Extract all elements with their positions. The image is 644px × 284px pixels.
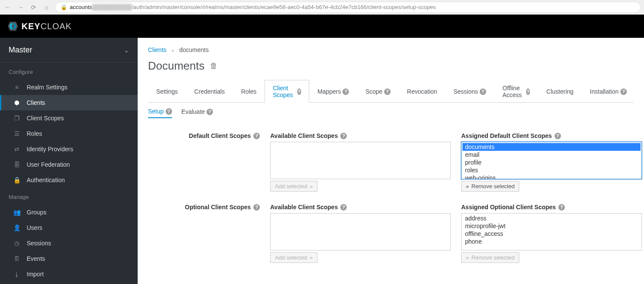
subtab-evaluate[interactable]: Evaluate?	[182, 108, 213, 118]
remove-selected-default-button[interactable]: « Remove selected	[461, 181, 519, 192]
help-icon[interactable]: ?	[526, 89, 530, 95]
add-selected-optional-button[interactable]: Add selected »	[270, 252, 317, 263]
tab-mappers[interactable]: Mappers?	[309, 80, 357, 103]
realm-selector[interactable]: Master ⌄	[0, 38, 138, 63]
help-icon[interactable]: ?	[620, 89, 627, 95]
tab-scope[interactable]: Scope?	[357, 80, 399, 103]
reload-icon[interactable]: ⟳	[29, 3, 38, 12]
forward-icon[interactable]: →	[16, 3, 25, 12]
nav-item-label: Events	[27, 255, 45, 262]
browser-chrome: ← → ⟳ ⌂ 🔒 accounts ██████████ /auth/admi…	[0, 0, 644, 15]
assigned-optional-label: Assigned Optional Client Scopes ?	[461, 204, 642, 211]
help-icon[interactable]: ?	[555, 133, 561, 139]
list-item[interactable]: profile	[462, 159, 641, 166]
list-item[interactable]: email	[462, 151, 641, 159]
help-icon[interactable]: ?	[340, 204, 347, 211]
add-selected-default-button[interactable]: Add selected »	[270, 181, 317, 192]
available-optional-label: Available Client Scopes ?	[270, 204, 451, 211]
help-icon[interactable]: ?	[206, 109, 213, 115]
sidebar-item-events[interactable]: 🗓Events	[0, 251, 138, 266]
scopes-icon: ❐	[13, 115, 21, 122]
help-icon[interactable]: ?	[297, 89, 301, 95]
tab-settings[interactable]: Settings	[148, 80, 186, 103]
nav-item-label: Clients	[27, 99, 45, 106]
sidebar-item-groups[interactable]: 👥Groups	[0, 205, 138, 220]
help-icon[interactable]: ?	[253, 133, 260, 139]
assigned-optional-listbox[interactable]: addressmicroprofile-jwtoffline_accesspho…	[461, 213, 642, 250]
remove-selected-optional-button[interactable]: « Remove selected	[461, 252, 519, 263]
database-icon: 🗄	[13, 161, 21, 168]
logo-text: KEYCLOAK	[22, 21, 72, 31]
sidebar-item-identity-providers[interactable]: ⇄Identity Providers	[0, 141, 138, 157]
list-item[interactable]: documents	[462, 143, 641, 151]
tab-sessions[interactable]: Sessions?	[445, 80, 494, 103]
sidebar-item-client-scopes[interactable]: ❐Client Scopes	[0, 110, 138, 126]
calendar-icon: 🗓	[13, 255, 21, 262]
url-host: accounts	[70, 4, 92, 10]
breadcrumb-root[interactable]: Clients	[148, 46, 166, 53]
list-item[interactable]: web-origins	[462, 174, 641, 179]
breadcrumb: Clients » documents	[148, 46, 634, 53]
home-icon[interactable]: ⌂	[42, 3, 51, 12]
page-title: Documents 🗑	[148, 59, 634, 73]
nav-item-label: Groups	[27, 209, 46, 216]
help-icon[interactable]: ?	[340, 133, 347, 139]
nav-item-label: Authentication	[27, 177, 65, 183]
available-optional-listbox[interactable]	[270, 213, 451, 250]
sidebar-item-authentication[interactable]: 🔒Authentication	[0, 172, 138, 188]
sidebar-item-import[interactable]: ⭳Import	[0, 266, 138, 282]
subtab-setup[interactable]: Setup?	[148, 108, 172, 118]
tab-credentials[interactable]: Credentials	[186, 80, 233, 103]
subtabs: Setup?Evaluate?	[148, 103, 634, 123]
groups-icon: 👥	[13, 209, 21, 216]
help-icon[interactable]: ?	[480, 89, 486, 95]
url-bar[interactable]: 🔒 accounts ██████████ /auth/admin/master…	[55, 2, 641, 13]
tab-installation[interactable]: Installation?	[582, 80, 635, 103]
available-default-listbox[interactable]	[270, 142, 451, 179]
content-area: Clients » documents Documents 🗑 Settings…	[138, 38, 644, 284]
list-item[interactable]: microprofile-jwt	[462, 222, 641, 230]
nav-section-title: Manage	[0, 188, 138, 205]
clock-icon: ◷	[13, 240, 21, 247]
tab-clustering[interactable]: Clustering	[538, 80, 582, 103]
url-path: /auth/admin/master/console/#/realms/mast…	[132, 4, 436, 10]
sidebar: Master ⌄ Configure≡Realm Settings⬢Client…	[0, 38, 138, 284]
help-icon[interactable]: ?	[558, 204, 565, 211]
logo[interactable]: KEYCLOAK	[7, 20, 72, 32]
nav-item-label: Client Scopes	[27, 115, 64, 122]
tab-roles[interactable]: Roles	[233, 80, 265, 103]
optional-scopes-label: Optional Client Scopes ?	[148, 204, 260, 211]
sidebar-item-users[interactable]: 👤Users	[0, 220, 138, 235]
tab-offline-access[interactable]: Offline Access?	[494, 80, 538, 103]
tab-client-scopes[interactable]: Client Scopes?	[265, 80, 309, 103]
back-icon[interactable]: ←	[3, 3, 12, 12]
import-icon: ⭳	[13, 271, 21, 278]
help-icon[interactable]: ?	[384, 89, 391, 95]
nav-item-label: Realm Settings	[27, 84, 68, 91]
sliders-icon: ≡	[13, 84, 21, 91]
help-icon[interactable]: ?	[342, 89, 349, 95]
tab-revocation[interactable]: Revocation	[399, 80, 445, 103]
sidebar-item-roles[interactable]: ☰Roles	[0, 126, 138, 141]
sidebar-item-user-federation[interactable]: 🗄User Federation	[0, 157, 138, 172]
chevron-down-icon: ⌄	[124, 47, 129, 54]
help-icon[interactable]: ?	[166, 108, 172, 115]
sidebar-item-sessions[interactable]: ◷Sessions	[0, 235, 138, 251]
sidebar-item-clients[interactable]: ⬢Clients	[0, 95, 138, 110]
app-header: KEYCLOAK	[0, 15, 644, 38]
sidebar-item-realm-settings[interactable]: ≡Realm Settings	[0, 79, 138, 95]
list-item[interactable]: phone	[462, 238, 641, 245]
list-item[interactable]: roles	[462, 166, 641, 174]
help-icon[interactable]: ?	[253, 204, 260, 211]
list-item[interactable]: offline_access	[462, 230, 641, 238]
assigned-default-label: Assigned Default Client Scopes ?	[461, 132, 642, 139]
assigned-default-listbox[interactable]: documentsemailprofilerolesweb-origins	[461, 142, 642, 179]
nav-item-label: Sessions	[27, 240, 51, 247]
exchange-icon: ⇄	[13, 146, 21, 153]
list-icon: ☰	[13, 130, 21, 137]
sidebar-item-export[interactable]: ⭱Export	[0, 282, 138, 284]
available-default-label: Available Client Scopes ?	[270, 132, 451, 139]
realm-name: Master	[9, 46, 32, 55]
delete-icon[interactable]: 🗑	[210, 61, 218, 70]
list-item[interactable]: address	[462, 214, 641, 222]
